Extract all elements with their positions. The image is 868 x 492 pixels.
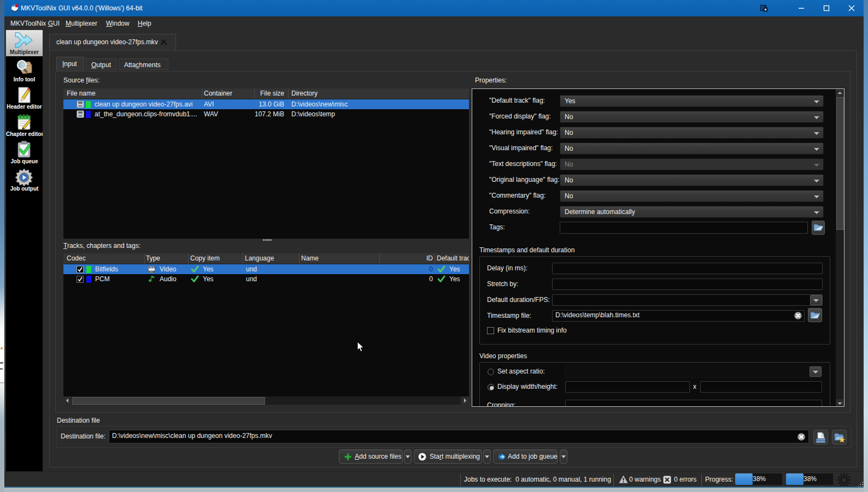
svg-text:2 4: 2 4 (150, 270, 153, 272)
